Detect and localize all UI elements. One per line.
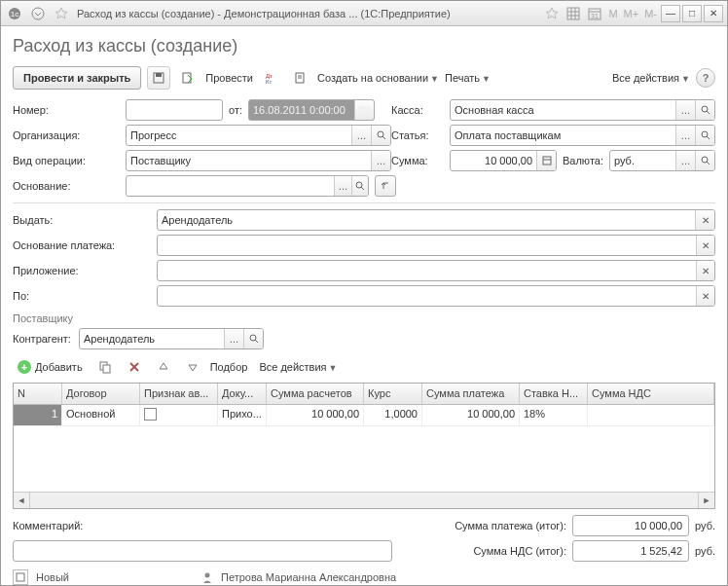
minimize-button[interactable]: — <box>661 5 680 22</box>
move-down-icon[interactable] <box>181 355 204 379</box>
mem-mminus[interactable]: M- <box>642 8 659 19</box>
comment-input[interactable] <box>14 541 391 561</box>
date-field[interactable]: 16.08.2011 0:00:00 <box>248 99 375 121</box>
calendar-icon[interactable]: 31 <box>585 4 604 23</box>
number-field[interactable] <box>126 99 223 121</box>
dropdown-icon[interactable] <box>28 4 48 23</box>
table-all-actions-menu[interactable]: Все действия▼ <box>259 361 337 373</box>
svg-rect-3 <box>567 8 579 19</box>
number-input[interactable] <box>127 100 222 120</box>
delete-row-icon[interactable] <box>123 355 146 379</box>
cell-contract[interactable]: Основной <box>62 405 140 425</box>
th-doc[interactable]: Доку... <box>218 384 267 404</box>
move-up-icon[interactable] <box>152 355 175 379</box>
titlebar: 1c Расход из кассы (создание) - Демонстр… <box>1 1 727 26</box>
cell-advance[interactable] <box>140 405 218 425</box>
mem-mplus[interactable]: M+ <box>622 8 641 19</box>
copy-row-icon[interactable] <box>93 355 117 379</box>
open-icon[interactable] <box>371 126 390 145</box>
th-n[interactable]: N <box>14 384 62 404</box>
basis-input[interactable] <box>127 176 334 196</box>
post-icon[interactable] <box>176 66 200 90</box>
post-and-close-button[interactable]: Провести и закрыть <box>13 66 141 90</box>
all-actions-menu[interactable]: Все действия▼ <box>612 72 690 84</box>
svg-line-22 <box>707 111 710 114</box>
mem-m[interactable]: M <box>606 8 619 19</box>
table-hscrollbar[interactable]: ◄ ► <box>14 492 714 508</box>
op-type-field[interactable]: Поставщику … <box>126 150 391 171</box>
ellipsis-icon[interactable]: … <box>675 126 695 145</box>
add-row-button[interactable]: + Добавить <box>13 356 88 378</box>
cell-rate[interactable]: 1,0000 <box>364 405 422 425</box>
pay-basis-field[interactable]: ✕ <box>157 235 715 256</box>
ellipsis-icon[interactable]: … <box>224 329 243 348</box>
issue-to-value: Арендодатель <box>158 214 695 226</box>
post-label[interactable]: Провести <box>205 72 253 84</box>
basis-field[interactable]: … <box>126 175 369 197</box>
attachment-input[interactable] <box>158 261 696 280</box>
create-based-menu[interactable]: Создать на основании▼ <box>317 72 439 84</box>
cell-pay[interactable]: 10 000,00 <box>422 405 520 425</box>
calendar-picker-icon[interactable] <box>354 100 374 120</box>
th-vat-rate[interactable]: Ставка Н... <box>520 384 588 404</box>
label-basis: Основание: <box>13 180 126 192</box>
dtkt-icon[interactable]: ДтКт <box>259 66 282 90</box>
clear-icon[interactable]: ✕ <box>696 286 714 306</box>
label-issue-to: Выдать: <box>13 214 157 226</box>
th-pay[interactable]: Сумма платежа <box>422 384 520 404</box>
clear-icon[interactable]: ✕ <box>696 261 714 280</box>
currency-field[interactable]: руб. … <box>609 150 715 171</box>
help-button[interactable]: ? <box>696 68 715 88</box>
scroll-right-icon[interactable]: ► <box>698 493 714 508</box>
cashdesk-field[interactable]: Основная касса … <box>450 99 715 121</box>
attachment-field[interactable]: ✕ <box>157 260 715 281</box>
save-icon[interactable] <box>147 66 170 90</box>
star-icon[interactable] <box>52 4 71 23</box>
comment-field[interactable] <box>13 540 392 562</box>
cell-calc[interactable]: 10 000,00 <box>267 405 364 425</box>
th-advance[interactable]: Признак ав... <box>140 384 218 404</box>
table-row[interactable]: 1 Основной Прихо... 10 000,00 1,0000 10 … <box>14 405 714 426</box>
open-icon[interactable] <box>243 329 263 348</box>
open-icon[interactable] <box>695 100 714 120</box>
scroll-left-icon[interactable]: ◄ <box>14 493 30 508</box>
open-icon[interactable] <box>695 151 714 170</box>
maximize-button[interactable]: □ <box>682 5 702 22</box>
close-button[interactable]: ✕ <box>704 5 723 22</box>
advance-checkbox[interactable] <box>144 408 157 421</box>
svg-rect-39 <box>17 573 24 581</box>
print-menu[interactable]: Печать▼ <box>445 72 491 84</box>
calculator-icon[interactable] <box>536 151 556 170</box>
ellipsis-icon[interactable]: … <box>334 176 350 196</box>
pick-button[interactable]: Подбор <box>210 361 248 373</box>
open-icon[interactable] <box>351 176 368 196</box>
sum-field[interactable]: 10 000,00 <box>450 150 557 171</box>
clear-icon[interactable]: ✕ <box>696 236 714 255</box>
total-vat-field: 1 525,42 <box>572 540 689 562</box>
grid-icon[interactable] <box>564 4 583 23</box>
counterparty-field[interactable]: Арендодатель … <box>79 328 264 349</box>
org-field[interactable]: Прогресс … <box>126 125 391 146</box>
issue-to-field[interactable]: Арендодатель ✕ <box>157 209 715 231</box>
clear-icon[interactable]: ✕ <box>695 210 714 230</box>
ellipsis-icon[interactable]: … <box>371 151 390 170</box>
cell-n[interactable]: 1 <box>14 405 62 425</box>
fav-icon[interactable] <box>542 4 562 23</box>
ellipsis-icon[interactable]: … <box>675 100 695 120</box>
th-calc[interactable]: Сумма расчетов <box>267 384 364 404</box>
by-field[interactable]: ✕ <box>157 285 715 307</box>
th-vat[interactable]: Сумма НДС <box>588 384 714 404</box>
article-field[interactable]: Оплата поставщикам … <box>450 125 715 146</box>
th-contract[interactable]: Договор <box>62 384 140 404</box>
cell-vat-rate[interactable]: 18% <box>520 405 588 425</box>
th-rate[interactable]: Курс <box>364 384 422 404</box>
open-icon[interactable] <box>695 126 714 145</box>
ellipsis-icon[interactable]: … <box>351 126 371 145</box>
cell-doc[interactable]: Прихо... <box>218 405 267 425</box>
doc-icon[interactable] <box>288 66 311 90</box>
pay-basis-input[interactable] <box>158 236 696 255</box>
cell-vat[interactable] <box>588 405 714 425</box>
fill-from-basis-button[interactable] <box>375 175 396 197</box>
ellipsis-icon[interactable]: … <box>675 151 695 170</box>
by-input[interactable] <box>158 286 696 306</box>
